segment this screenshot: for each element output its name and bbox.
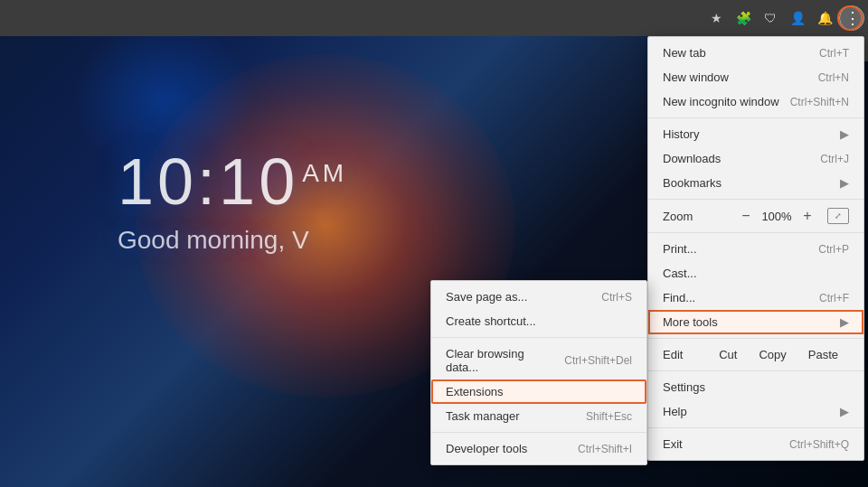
submenu-item-create-shortcut[interactable]: Create shortcut... <box>431 309 646 333</box>
clock-ampm: AM <box>302 159 347 187</box>
separator-3 <box>648 232 863 233</box>
submenu-task-manager-shortcut: Shift+Esc <box>586 410 632 423</box>
submenu-clear-browsing-shortcut: Ctrl+Shift+Del <box>564 354 632 367</box>
menu-item-settings[interactable]: Settings <box>648 375 863 399</box>
three-dots-icon: ⋮ <box>844 8 860 28</box>
zoom-plus-btn[interactable]: + <box>798 207 816 225</box>
separator-1 <box>648 117 863 118</box>
profile-icon-btn[interactable]: 👤 <box>785 5 810 31</box>
submenu-task-manager-label: Task manager <box>446 409 575 423</box>
menu-item-find-shortcut: Ctrl+F <box>819 292 849 304</box>
menu-item-bookmarks-label: Bookmarks <box>663 176 833 190</box>
menu-item-cast[interactable]: Cast... <box>648 261 863 286</box>
notification-icon-btn[interactable]: 🔔 <box>812 5 837 31</box>
menu-item-downloads-shortcut: Ctrl+J <box>820 153 849 165</box>
zoom-label: Zoom <box>663 210 737 223</box>
zoom-expand-icon: ⤢ <box>835 211 842 220</box>
menu-item-exit[interactable]: Exit Ctrl+Shift+Q <box>648 432 863 456</box>
submenu-clear-browsing-label: Clear browsing data... <box>446 347 553 374</box>
clock-greeting: Good morning, V <box>118 226 347 255</box>
menu-item-settings-label: Settings <box>663 380 849 394</box>
separator-4 <box>648 338 863 339</box>
clock-area: 10:10AM Good morning, V <box>118 145 347 255</box>
menu-item-exit-label: Exit <box>663 437 778 451</box>
more-tools-submenu: Save page as... Ctrl+S Create shortcut..… <box>430 280 647 465</box>
menu-item-new-tab[interactable]: New tab Ctrl+T <box>648 41 863 65</box>
menu-item-find[interactable]: Find... Ctrl+F <box>648 286 863 310</box>
submenu-separator-1 <box>431 337 646 338</box>
zoom-controls: − 100% + ⤢ <box>737 207 849 225</box>
zoom-minus-btn[interactable]: − <box>737 207 755 225</box>
menu-item-bookmarks[interactable]: Bookmarks ▶ <box>648 171 863 195</box>
paste-button[interactable]: Paste <box>797 346 849 363</box>
menu-item-downloads[interactable]: Downloads Ctrl+J <box>648 146 863 171</box>
submenu-developer-tools-shortcut: Ctrl+Shift+I <box>578 443 632 455</box>
history-arrow-icon: ▶ <box>840 127 849 141</box>
submenu-item-developer-tools[interactable]: Developer tools Ctrl+Shift+I <box>431 436 646 461</box>
extension-icon-btn[interactable]: 🧩 <box>731 5 756 31</box>
help-arrow-icon: ▶ <box>840 405 849 418</box>
menu-item-print[interactable]: Print... Ctrl+P <box>648 237 863 261</box>
clock-time-value: 10:10 <box>118 145 298 218</box>
clock-time: 10:10AM <box>118 145 347 219</box>
submenu-extensions-label: Extensions <box>446 385 632 398</box>
submenu-save-page-shortcut: Ctrl+S <box>601 291 632 304</box>
submenu-save-page-label: Save page as... <box>446 290 590 304</box>
submenu-item-task-manager[interactable]: Task manager Shift+Esc <box>431 404 646 428</box>
zoom-expand-btn[interactable]: ⤢ <box>827 208 849 224</box>
menu-item-more-tools[interactable]: More tools ▶ <box>648 310 863 334</box>
submenu-developer-tools-label: Developer tools <box>446 442 567 455</box>
menu-item-new-window-label: New window <box>663 70 807 84</box>
copy-button[interactable]: Copy <box>748 346 797 363</box>
edit-row: Edit Cut Copy Paste <box>648 342 863 367</box>
menu-item-new-incognito-label: New incognito window <box>663 95 779 108</box>
cut-button[interactable]: Cut <box>708 346 748 363</box>
menu-item-new-tab-shortcut: Ctrl+T <box>819 47 849 60</box>
main-dropdown-menu: New tab Ctrl+T New window Ctrl+N New inc… <box>647 36 864 461</box>
more-ext-icon-btn[interactable]: 🛡 <box>758 5 783 31</box>
edit-label: Edit <box>663 348 708 361</box>
menu-item-new-incognito[interactable]: New incognito window Ctrl+Shift+N <box>648 89 863 114</box>
more-tools-arrow-icon: ▶ <box>840 315 849 329</box>
submenu-item-extensions[interactable]: Extensions <box>431 379 646 404</box>
menu-item-new-window-shortcut: Ctrl+N <box>818 71 849 84</box>
three-dots-button[interactable]: ⋮ <box>839 5 864 31</box>
zoom-row: Zoom − 100% + ⤢ <box>648 203 863 229</box>
separator-6 <box>648 427 863 428</box>
submenu-create-shortcut-label: Create shortcut... <box>446 314 632 328</box>
bookmark-icon-btn[interactable]: ★ <box>703 5 729 31</box>
edit-actions: Cut Copy Paste <box>708 346 849 363</box>
menu-item-help-label: Help <box>663 405 833 418</box>
menu-item-help[interactable]: Help ▶ <box>648 399 863 424</box>
zoom-value: 100% <box>760 210 793 223</box>
menu-item-history-label: History <box>663 127 833 141</box>
menu-item-new-incognito-shortcut: Ctrl+Shift+N <box>790 96 849 108</box>
bookmarks-arrow-icon: ▶ <box>840 176 849 190</box>
menu-item-downloads-label: Downloads <box>663 152 809 165</box>
submenu-separator-2 <box>431 432 646 433</box>
separator-2 <box>648 199 863 200</box>
menu-item-print-label: Print... <box>663 242 807 256</box>
menu-item-new-tab-label: New tab <box>663 46 808 60</box>
browser-toolbar-icons: ★ 🧩 🛡 👤 🔔 ⋮ <box>703 5 864 31</box>
menu-item-find-label: Find... <box>663 291 808 304</box>
menu-item-new-window[interactable]: New window Ctrl+N <box>648 65 863 89</box>
menu-item-exit-shortcut: Ctrl+Shift+Q <box>789 438 849 451</box>
menu-item-print-shortcut: Ctrl+P <box>818 243 849 256</box>
menu-item-more-tools-label: More tools <box>663 315 833 329</box>
submenu-item-clear-browsing[interactable]: Clear browsing data... Ctrl+Shift+Del <box>431 342 646 379</box>
browser-bar: ★ 🧩 🛡 👤 🔔 ⋮ <box>0 0 868 36</box>
menu-item-cast-label: Cast... <box>663 267 849 280</box>
menu-item-history[interactable]: History ▶ <box>648 122 863 146</box>
submenu-item-save-page[interactable]: Save page as... Ctrl+S <box>431 285 646 309</box>
separator-5 <box>648 370 863 371</box>
